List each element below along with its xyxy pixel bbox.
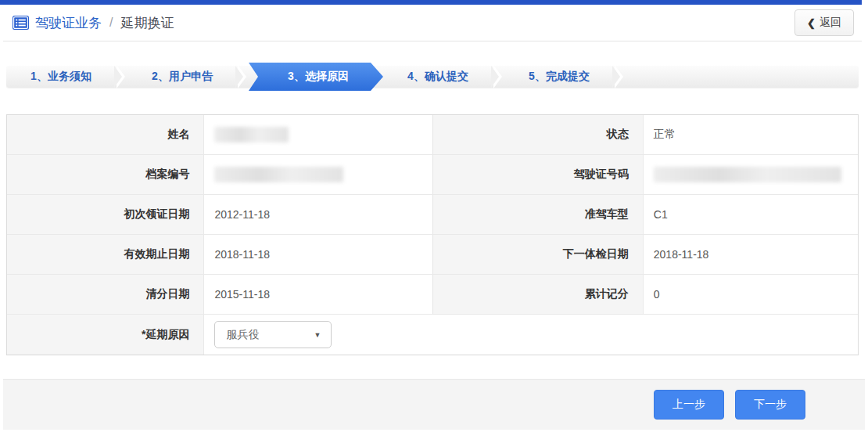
field-label-expiry-date: 有效期止日期 xyxy=(7,235,204,274)
field-value-file-number xyxy=(204,155,432,194)
field-value-license-number xyxy=(644,155,858,194)
page-container: 驾驶证业务 / 延期换证 ❮ 返回 1、业务须知 2、用户申告 3、选择原因 4… xyxy=(0,5,862,430)
breadcrumb-separator: / xyxy=(109,16,113,30)
license-detail-table: 姓名 状态 正常 档案编号 驾驶证号码 初次领证日期 2012-11-18 准驾… xyxy=(6,114,859,355)
field-label-next-checkup-date: 下一体检日期 xyxy=(432,235,644,274)
back-button[interactable]: ❮ 返回 xyxy=(794,9,854,36)
back-chevron-icon: ❮ xyxy=(807,17,816,29)
field-value-points-clear-date: 2015-11-18 xyxy=(204,275,432,314)
previous-step-button[interactable]: 上一步 xyxy=(654,390,724,420)
table-row: 姓名 状态 正常 xyxy=(7,115,858,155)
field-label-total-points: 累计记分 xyxy=(432,275,644,314)
dropdown-caret-icon: ▼ xyxy=(314,331,321,339)
form-list-icon xyxy=(13,16,29,30)
step-bar-filler xyxy=(626,66,859,88)
step-tab-4[interactable]: 4、确认提交 xyxy=(383,66,493,88)
field-value-expiry-date: 2018-11-18 xyxy=(204,235,432,274)
field-label-vehicle-class: 准驾车型 xyxy=(432,195,644,234)
field-value-vehicle-class: C1 xyxy=(644,195,858,234)
field-value-total-points: 0 xyxy=(644,275,858,314)
back-button-label: 返回 xyxy=(820,16,841,30)
step-tab-2[interactable]: 2、用户申告 xyxy=(127,66,237,88)
redacted-value xyxy=(214,167,343,182)
step-tabs: 1、业务须知 2、用户申告 3、选择原因 4、确认提交 5、完成提交 xyxy=(6,66,859,88)
page-title-primary: 驾驶证业务 xyxy=(35,14,102,32)
field-value-status: 正常 xyxy=(644,115,858,154)
field-label-first-issue-date: 初次领证日期 xyxy=(7,195,204,234)
field-label-file-number: 档案编号 xyxy=(7,155,204,194)
table-row: 清分日期 2015-11-18 累计记分 0 xyxy=(7,275,858,315)
field-label-defer-reason: *延期原因 xyxy=(7,315,204,355)
defer-reason-selected-value: 服兵役 xyxy=(226,328,259,342)
step-separator-icon xyxy=(237,66,249,88)
table-row: 有效期止日期 2018-11-18 下一体检日期 2018-11-18 xyxy=(7,235,858,275)
field-value-defer-reason: 服兵役 ▼ xyxy=(204,315,858,355)
step-separator-icon xyxy=(614,66,626,88)
field-label-points-clear-date: 清分日期 xyxy=(7,275,204,314)
table-row: 档案编号 驾驶证号码 xyxy=(7,155,858,195)
field-value-name xyxy=(204,115,432,154)
breadcrumb: 驾驶证业务 / 延期换证 xyxy=(13,14,174,32)
redacted-value xyxy=(214,127,289,142)
page-title-secondary: 延期换证 xyxy=(120,14,174,32)
field-label-license-number: 驾驶证号码 xyxy=(432,155,644,194)
table-row-defer-reason: *延期原因 服兵役 ▼ xyxy=(7,315,858,355)
defer-reason-select[interactable]: 服兵役 ▼ xyxy=(214,321,332,348)
footer-action-bar: 上一步 下一步 xyxy=(3,379,865,430)
field-value-first-issue-date: 2012-11-18 xyxy=(204,195,432,234)
table-row: 初次领证日期 2012-11-18 准驾车型 C1 xyxy=(7,195,858,235)
step-tab-5[interactable]: 5、完成提交 xyxy=(504,66,614,88)
step-separator-icon xyxy=(493,66,504,88)
step-separator-icon xyxy=(116,66,127,88)
field-label-name: 姓名 xyxy=(7,115,204,154)
next-step-button[interactable]: 下一步 xyxy=(735,390,805,420)
step-tab-1[interactable]: 1、业务须知 xyxy=(6,66,116,88)
header: 驾驶证业务 / 延期换证 ❮ 返回 xyxy=(3,5,862,41)
field-value-next-checkup-date: 2018-11-18 xyxy=(644,235,858,274)
step-tab-3-active[interactable]: 3、选择原因 xyxy=(249,63,383,91)
redacted-value xyxy=(654,167,841,182)
field-label-status: 状态 xyxy=(432,115,644,154)
